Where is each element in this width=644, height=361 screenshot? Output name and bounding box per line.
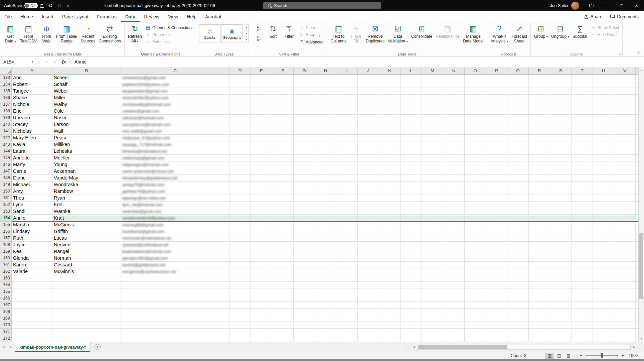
cell-U168[interactable]: [593, 309, 614, 315]
cell-J156[interactable]: [358, 228, 379, 235]
ribbon-what-if-analysis-button[interactable]: ?What-If Analysis ▾: [489, 23, 510, 51]
cell-F140[interactable]: [272, 121, 294, 128]
cell-F158[interactable]: [272, 242, 294, 248]
ribbon-queries-connections-button[interactable]: ▤Queries & Connections: [144, 25, 195, 30]
cell-J160[interactable]: [358, 255, 379, 262]
cell-L135[interactable]: [400, 88, 422, 95]
cell-H161[interactable]: [315, 262, 336, 268]
cell-D136[interactable]: [229, 95, 251, 101]
cell-K143[interactable]: [379, 141, 400, 148]
cell-V139[interactable]: [614, 115, 636, 121]
cell-B152[interactable]: Krell: [52, 202, 121, 208]
cell-N159[interactable]: [443, 248, 465, 255]
cell-Q157[interactable]: [507, 235, 529, 242]
cell-J169[interactable]: [358, 315, 379, 322]
cell-U171[interactable]: [593, 329, 614, 335]
cell-B151[interactable]: Ryan: [52, 195, 121, 202]
cell-C169[interactable]: [121, 315, 229, 322]
cell-A170[interactable]: [12, 322, 52, 329]
cell-H134[interactable]: [315, 81, 336, 88]
ribbon-ungroup-button[interactable]: ⊟Ungroup ▾: [550, 23, 571, 51]
cell-S147[interactable]: [550, 168, 572, 175]
cell-L155[interactable]: [400, 222, 422, 228]
cell-R134[interactable]: [529, 81, 550, 88]
cell-O142[interactable]: [465, 135, 486, 141]
cell-L165[interactable]: [400, 288, 422, 295]
cell-A164[interactable]: [12, 282, 52, 288]
name-box-resize-handle[interactable]: ⋮: [35, 57, 42, 67]
cell-A158[interactable]: Joyce: [12, 242, 52, 248]
cell-K152[interactable]: [379, 202, 400, 208]
cell-C155[interactable]: marmcg88@gmail.com: [121, 222, 229, 228]
cell-N158[interactable]: [443, 242, 465, 248]
cell-A137[interactable]: Nichole: [12, 101, 52, 108]
zoom-slider-thumb[interactable]: [601, 353, 603, 358]
row-header-143[interactable]: 143: [0, 141, 12, 148]
cell-E165[interactable]: [251, 288, 272, 295]
cell-C153[interactable]: swarnkek@gmail.com: [121, 208, 229, 215]
cell-T164[interactable]: [572, 282, 593, 288]
cell-K144[interactable]: [379, 148, 400, 155]
cell-C149[interactable]: amkay75@hotmail.com: [121, 182, 229, 188]
cell-C143[interactable]: topanga_717@hotmail.com: [121, 141, 229, 148]
cell-R166[interactable]: [529, 295, 550, 302]
row-header-157[interactable]: 157: [0, 235, 12, 242]
cell-Q169[interactable]: [507, 315, 529, 322]
cell-G157[interactable]: [294, 235, 315, 242]
cell-T171[interactable]: [572, 329, 593, 335]
cell-Q145[interactable]: [507, 155, 529, 161]
tab-home[interactable]: Home: [16, 11, 37, 22]
cell-E140[interactable]: [251, 121, 272, 128]
cell-K147[interactable]: [379, 168, 400, 175]
cell-S153[interactable]: [550, 208, 572, 215]
cell-B142[interactable]: Pease: [52, 135, 121, 141]
cell-I172[interactable]: [336, 335, 358, 342]
cell-U156[interactable]: [593, 228, 614, 235]
row-header-139[interactable]: 139: [0, 115, 12, 121]
cell-N160[interactable]: [443, 255, 465, 262]
cell-I133[interactable]: [336, 75, 358, 81]
cell-U163[interactable]: [593, 275, 614, 282]
cell-S134[interactable]: [550, 81, 572, 88]
cell-K142[interactable]: [379, 135, 400, 141]
cell-V155[interactable]: [614, 222, 636, 228]
cell-D155[interactable]: [229, 222, 251, 228]
cell-E167[interactable]: [251, 302, 272, 309]
cell-E151[interactable]: [251, 195, 272, 202]
cell-H136[interactable]: [315, 95, 336, 101]
cell-J170[interactable]: [358, 322, 379, 329]
cell-C163[interactable]: [121, 275, 229, 282]
row-header-164[interactable]: 164: [0, 282, 12, 288]
cell-K159[interactable]: [379, 248, 400, 255]
cell-D167[interactable]: [229, 302, 251, 309]
cell-V168[interactable]: [614, 309, 636, 315]
view-page-break-button[interactable]: ▥: [564, 353, 573, 359]
cell-H171[interactable]: [315, 329, 336, 335]
cell-B148[interactable]: VanderMay: [52, 175, 121, 182]
cell-P142[interactable]: [486, 135, 507, 141]
cell-G144[interactable]: [294, 148, 315, 155]
cell-G169[interactable]: [294, 315, 315, 322]
cell-I136[interactable]: [336, 95, 358, 101]
cell-S158[interactable]: [550, 242, 572, 248]
cell-K170[interactable]: [379, 322, 400, 329]
cell-N168[interactable]: [443, 309, 465, 315]
cell-U152[interactable]: [593, 202, 614, 208]
cell-K157[interactable]: [379, 235, 400, 242]
cell-U143[interactable]: [593, 141, 614, 148]
cell-J165[interactable]: [358, 288, 379, 295]
row-header-134[interactable]: 134: [0, 81, 12, 88]
cell-M172[interactable]: [422, 335, 443, 342]
cell-K168[interactable]: [379, 309, 400, 315]
cell-H170[interactable]: [315, 322, 336, 329]
cell-V171[interactable]: [614, 329, 636, 335]
cell-A133[interactable]: Ann: [12, 75, 52, 81]
cell-O169[interactable]: [465, 315, 486, 322]
cell-L159[interactable]: [400, 248, 422, 255]
cell-H169[interactable]: [315, 315, 336, 322]
ribbon-manage-data-model-button[interactable]: ▦Manage Data Model: [462, 23, 485, 51]
cell-B169[interactable]: [52, 315, 121, 322]
cell-A167[interactable]: [12, 302, 52, 309]
cell-V140[interactable]: [614, 121, 636, 128]
tab-help[interactable]: Help: [182, 11, 201, 22]
